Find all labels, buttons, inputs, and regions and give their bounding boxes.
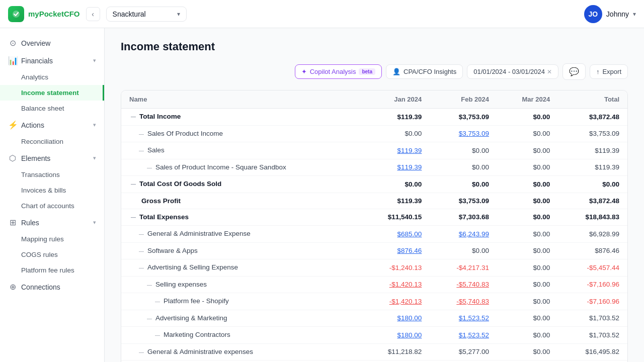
row-value[interactable]: $119.39 — [361, 159, 430, 176]
sidebar-item-invoices-bills[interactable]: Invoices & bills — [0, 183, 104, 198]
layout: ⊙ Overview 📊 Financials ▾ Analytics Inco… — [0, 28, 644, 362]
sidebar-group-rules[interactable]: ⊞ Rules ▾ — [0, 214, 104, 231]
close-icon: ✕ — [547, 68, 552, 75]
row-value[interactable]: $685.00 — [361, 226, 430, 243]
export-icon: ↑ — [596, 68, 600, 75]
row-value: $0.00 — [497, 125, 558, 142]
row-value: $0.00 — [497, 193, 558, 209]
cpa-insights-button[interactable]: 👤 CPA/CFO Insights — [386, 64, 463, 79]
row-name-cell: —Platform fee - Shopify — [121, 293, 361, 310]
row-value: $7,303.68 — [430, 209, 497, 226]
row-value: -$4,217.31 — [430, 259, 497, 277]
sidebar-item-platform-fee-rules[interactable]: Platform fee rules — [0, 262, 104, 278]
sidebar-item-transactions[interactable]: Transactions — [0, 167, 104, 183]
sidebar-group-elements[interactable]: ⬡ Elements ▾ — [0, 149, 104, 167]
sidebar-item-reconciliation[interactable]: Reconciliation — [0, 134, 104, 149]
sidebar-item-cogs-rules[interactable]: COGS rules — [0, 247, 104, 262]
user-name: Johnny — [606, 10, 629, 18]
table-row: —Total Income$119.39$3,753.09$0.00$3,872… — [121, 109, 627, 126]
col-header-mar: Mar 2024 — [497, 90, 558, 109]
date-range-button[interactable]: 01/01/2024 - 03/01/2024 ✕ — [467, 64, 558, 79]
row-value: $1,703.52 — [558, 310, 627, 327]
row-value[interactable]: $1,523.52 — [430, 310, 497, 327]
sidebar-item-mapping-rules[interactable]: Mapping rules — [0, 231, 104, 247]
topbar-left: myPocketCFO ‹ Snacktural ▾ — [8, 6, 187, 22]
collapse-icon[interactable]: — — [137, 264, 145, 272]
row-name-cell: —Total Income — [121, 109, 361, 126]
row-value[interactable]: $1,523.52 — [430, 327, 497, 344]
cpa-label: CPA/CFO Insights — [404, 68, 456, 75]
row-value[interactable]: -$1,420.13 — [361, 293, 430, 310]
row-value[interactable]: $6,243.99 — [430, 226, 497, 243]
row-value[interactable]: $5,235.00 — [430, 360, 497, 363]
collapse-icon[interactable]: — — [137, 147, 145, 155]
row-value: $0.00 — [430, 159, 497, 176]
collapse-icon[interactable]: — — [145, 281, 153, 289]
row-value: $0.00 — [497, 142, 558, 159]
row-value: $119.39 — [558, 159, 627, 176]
collapse-icon[interactable]: — — [129, 213, 137, 221]
sidebar-item-connections[interactable]: ⊕ Connections — [0, 278, 104, 296]
company-selector[interactable]: Snacktural ▾ — [106, 7, 187, 22]
row-name-cell: —Advertising & Marketing — [121, 310, 361, 327]
collapse-icon[interactable]: — — [137, 230, 145, 238]
collapse-icon[interactable]: — — [145, 163, 153, 171]
rules-icon: ⊞ — [8, 218, 17, 227]
row-value: $0.00 — [497, 176, 558, 193]
row-value[interactable]: $876.46 — [361, 242, 430, 259]
row-value: $876.46 — [558, 242, 627, 259]
row-value: -$5,457.44 — [558, 259, 627, 277]
sidebar-item-label: Overview — [21, 39, 50, 47]
row-value: $0.00 — [361, 176, 430, 193]
row-value[interactable]: $180.00 — [361, 327, 430, 344]
collapse-icon[interactable]: — — [137, 247, 145, 255]
row-value[interactable]: -$5,740.83 — [430, 276, 497, 293]
sidebar-item-chart-of-accounts[interactable]: Chart of accounts — [0, 198, 104, 214]
sidebar-group-actions[interactable]: ⚡ Actions ▾ — [0, 116, 104, 134]
sidebar-item-analytics[interactable]: Analytics — [0, 69, 104, 85]
collapse-icon[interactable]: — — [145, 314, 153, 322]
collapse-icon[interactable]: — — [129, 180, 137, 189]
row-value: $0.00 — [497, 360, 558, 363]
collapse-icon[interactable]: — — [137, 348, 145, 356]
row-value: $12,755.68 — [558, 360, 627, 363]
sidebar-item-balance-sheet[interactable]: Balance sheet — [0, 101, 104, 116]
collapse-icon[interactable]: — — [153, 331, 162, 339]
sidebar-item-income-statement[interactable]: Income statement — [0, 85, 104, 101]
row-value[interactable]: -$5,740.83 — [430, 293, 497, 310]
table-row: —Payroll & Benefits$7,520.68$5,235.00$0.… — [121, 360, 627, 363]
row-value: $0.00 — [497, 259, 558, 277]
copilot-icon: ✦ — [301, 68, 307, 75]
collapse-icon[interactable]: — — [129, 113, 137, 121]
collapse-icon[interactable]: — — [137, 130, 145, 138]
chat-icon: 💬 — [569, 67, 579, 76]
row-value[interactable]: $7,520.68 — [361, 360, 430, 363]
table-row: —General & Administrative expenses$11,21… — [121, 343, 627, 360]
row-value: $0.00 — [558, 176, 627, 193]
copilot-analysis-button[interactable]: ✦ Copilot Analysis beta — [295, 64, 382, 79]
topbar: myPocketCFO ‹ Snacktural ▾ JO Johnny ▾ — [0, 0, 644, 28]
row-value[interactable]: $119.39 — [361, 142, 430, 159]
sidebar-group-financials[interactable]: 📊 Financials ▾ — [0, 52, 104, 69]
row-value[interactable]: $180.00 — [361, 310, 430, 327]
row-value[interactable]: -$1,420.13 — [361, 276, 430, 293]
table-row: —Total Cost Of Goods Sold$0.00$0.00$0.00… — [121, 176, 627, 193]
row-value[interactable]: $3,753.09 — [430, 125, 497, 142]
connections-icon: ⊕ — [8, 282, 17, 292]
table-row: Gross Profit$119.39$3,753.09$0.00$3,872.… — [121, 193, 627, 209]
beta-badge: beta — [359, 68, 375, 75]
export-button[interactable]: ↑ Export — [590, 64, 628, 79]
row-value: $0.00 — [497, 343, 558, 360]
collapse-icon[interactable]: — — [153, 298, 162, 306]
sidebar-item-overview[interactable]: ⊙ Overview — [0, 34, 104, 52]
chat-button[interactable]: 💬 — [562, 63, 586, 80]
row-value: $119.39 — [558, 142, 627, 159]
row-value: $0.00 — [497, 159, 558, 176]
row-value: $6,928.99 — [558, 226, 627, 243]
table-row: —Marketing Contractors$180.00$1,523.52$0… — [121, 327, 627, 344]
back-button[interactable]: ‹ — [86, 7, 100, 21]
row-value: $11,218.82 — [361, 343, 430, 360]
row-value: $0.00 — [361, 125, 430, 142]
row-name-cell: Gross Profit — [121, 193, 361, 209]
row-value: $0.00 — [497, 276, 558, 293]
